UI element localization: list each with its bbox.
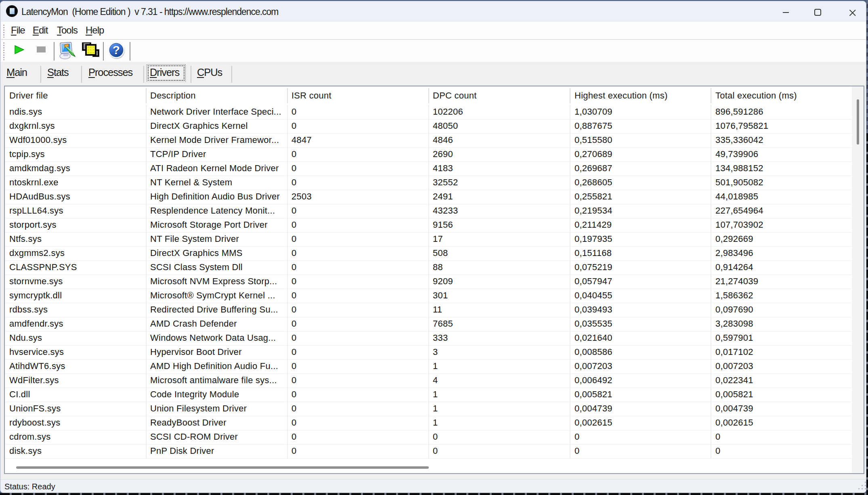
svg-text:?: ? [113, 43, 120, 57]
